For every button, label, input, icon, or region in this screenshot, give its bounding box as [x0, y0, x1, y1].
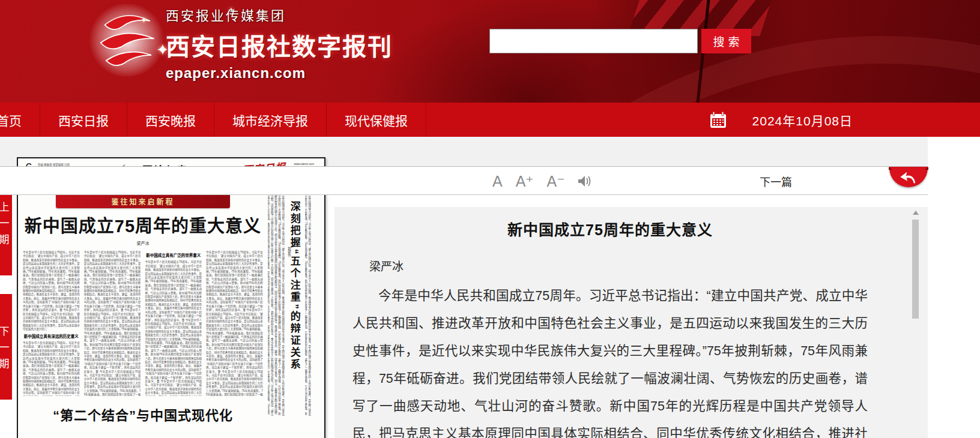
sparkle-icon: ✦ — [141, 16, 147, 25]
article-title: 新中国成立75周年的重大意义 — [352, 218, 868, 239]
thumbnail-body: 庆祝新中国成立75周年 鉴往知来启新程 新中国成立75周年的重大意义 梁严冰 今… — [23, 179, 319, 424]
font-size-tools: A A⁺ A⁻ — [492, 167, 592, 196]
main-nav: 首页 西安日报 西安晚报 城市经济导报 现代保健报 2024年10月08日 — [0, 103, 980, 137]
site-logo[interactable]: ✦ ✦ ✦ — [89, 4, 165, 77]
issue-date-area: 2024年10月08日 — [709, 103, 853, 137]
article-author: 梁严冰 — [369, 257, 868, 274]
article-panel: 新中国成立75周年的重大意义 梁严冰 今年是中华人民共和国成立75周年。习近平总… — [334, 207, 928, 438]
site-title: 西安日报社数字报刊 — [166, 28, 393, 62]
newspaper-page-thumbnail[interactable]: 6 责编 杨春燕 视觉编辑 白鸽 组版 杨艳 校对 马磊 理论与实践 西安日报 … — [17, 157, 325, 438]
nav-item-xian-daily[interactable]: 西安日报 — [40, 103, 127, 137]
thumbnail-vertical-text: 今年是中华人民共和国成立75周年。习近平总书记指出：“建立中国共产党、成立中华人… — [305, 179, 311, 417]
issue-date: 2024年10月08日 — [752, 111, 853, 129]
article-scrollbar[interactable] — [911, 208, 920, 438]
font-normal-button[interactable]: A — [492, 174, 503, 189]
nav-item-home[interactable]: 首页 — [0, 103, 40, 137]
thumbnail-column: 今年是中华人民共和国成立75周年。习近平总书记指出：“建立中国共产党、成立中华人… — [84, 251, 141, 396]
next-article-button[interactable]: 下一篇 — [760, 167, 792, 196]
calendar-icon — [709, 111, 727, 129]
nav-item-xian-evening[interactable]: 西安晚报 — [127, 103, 214, 137]
next-issue-button[interactable]: 下一期 — [0, 294, 12, 400]
article-body: 今年是中华人民共和国成立75周年。习近平总书记指出：“建立中国共产党、成立中华人… — [352, 282, 868, 438]
font-increase-button[interactable]: A⁺ — [516, 174, 534, 189]
nav-item-city-economic-herald[interactable]: 城市经济导报 — [214, 103, 327, 137]
thumbnail-right-column: 今年是中华人民共和国成立75周年。习近平总书记指出：“建立中国共产党、成立中华人… — [268, 179, 319, 419]
font-decrease-button[interactable]: A⁻ — [547, 174, 565, 189]
swirl-logo-icon — [92, 7, 161, 76]
search-button[interactable]: 搜索 — [701, 29, 751, 53]
thumbnail-column: 今年是中华人民共和国成立75周年。习近平总书记指出：“建立中国共产党、成立中华人… — [23, 251, 80, 396]
brand-block: 西安报业传媒集团 西安日报社数字报刊 epaper.xiancn.com — [166, 5, 393, 82]
thumbnail-text-columns: 今年是中华人民共和国成立75周年。习近平总书记指出：“建立中国共产党、成立中华人… — [23, 251, 263, 396]
site-url: epaper.xiancn.com — [166, 65, 393, 82]
thumbnail-bottom-headline: “第二个结合”与中国式现代化 — [23, 404, 263, 424]
search-input[interactable] — [489, 29, 698, 53]
thumbnail-column: 今年是中华人民共和国成立75周年。习近平总书记指出：“建立中国共产党、成立中华人… — [206, 251, 263, 396]
thumbnail-vertical-text: 今年是中华人民共和国成立75周年。习近平总书记指出：“建立中国共产党、成立中华人… — [268, 179, 285, 417]
article-toolbar: A A⁺ A⁻ 下一篇 — [0, 166, 928, 195]
thumbnail-vertical-headline: 深刻把握“五个注重”的辩证关系 — [287, 201, 302, 417]
scrollbar-thumb[interactable] — [912, 220, 919, 319]
speaker-icon[interactable] — [578, 175, 592, 188]
thumbnail-right-author: 刘建伟 — [287, 247, 292, 257]
back-arrow-icon — [899, 170, 918, 184]
site-header: ✦ ✦ ✦ 西安报业传媒集团 西安日报社数字报刊 epaper.xiancn.c… — [0, 0, 980, 103]
thumbnail-main-column: 庆祝新中国成立75周年 鉴往知来启新程 新中国成立75周年的重大意义 梁严冰 今… — [23, 179, 263, 424]
thumbnail-headline: 新中国成立75周年的重大意义 — [23, 212, 263, 237]
page: ✦ ✦ ✦ 西安报业传媒集团 西安日报社数字报刊 epaper.xiancn.c… — [0, 0, 980, 438]
thumbnail-column: 新中国成立具有广泛的世界意义 今年是中华人民共和国成立75周年。习近平总书记指出… — [145, 251, 202, 396]
media-group-name: 西安报业传媒集团 — [166, 5, 393, 24]
search-area: 搜索 — [489, 29, 751, 53]
thumbnail-author: 梁严冰 — [23, 240, 263, 246]
content-area: 上一期 下一期 6 责编 杨春燕 视觉编辑 白鸽 组版 杨艳 校对 马磊 理论与… — [0, 137, 980, 438]
nav-items: 首页 西安日报 西安晚报 城市经济导报 现代保健报 — [0, 103, 426, 137]
back-button[interactable] — [889, 167, 928, 187]
scrollbar-up-arrow[interactable] — [911, 208, 920, 217]
nav-item-modern-health[interactable]: 现代保健报 — [327, 103, 426, 137]
